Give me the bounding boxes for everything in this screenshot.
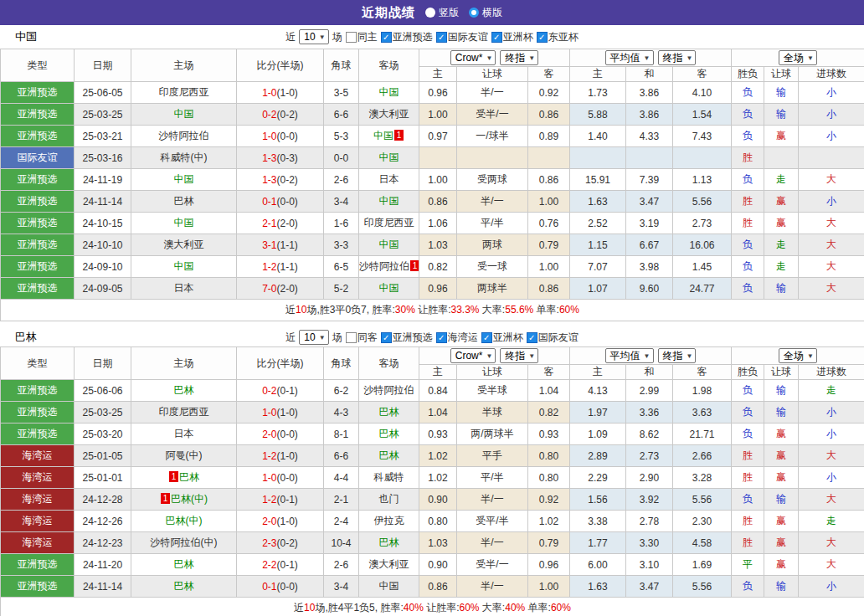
competition-badge: 海湾运 (1, 467, 74, 488)
score-cell: 0-1(0-0) (237, 191, 324, 213)
competition-filter[interactable]: ✓ 亚洲杯 (491, 30, 533, 44)
recent-count-select[interactable]: 10▼ (299, 29, 328, 44)
result-cell: 小 (799, 104, 864, 126)
avg-odds-cell: 7.39 (626, 169, 673, 191)
result-cell: 走 (764, 169, 799, 191)
competition-filter[interactable]: ✓ 海湾运 (436, 331, 478, 345)
competition-filter[interactable]: ✓ 东亚杯 (537, 30, 579, 44)
avg-final-select[interactable]: 终指▼ (658, 50, 697, 65)
result-cell: 赢 (764, 554, 799, 576)
odds-provider-select[interactable]: Crow*▼ (450, 348, 496, 363)
match-date-cell: 24-12-23 (75, 532, 131, 554)
score-cell: 0-2(0-1) (237, 380, 324, 402)
score-cell: 2-2(0-1) (237, 554, 324, 576)
team-label: 沙特阿拉伯 (364, 384, 414, 396)
col-home: 主场 (131, 49, 237, 82)
col-type: 类型 (1, 49, 75, 82)
avg-odds-cell: 2.30 (673, 511, 732, 532)
avg-final-select[interactable]: 终指▼ (658, 348, 697, 363)
checkbox-checked-icon[interactable]: ✓ (381, 32, 392, 43)
fullmatch-select[interactable]: 全场▼ (779, 50, 817, 65)
team-label: 中国 (379, 239, 399, 250)
result-cell: 胜 (732, 213, 764, 234)
away-team-cell: 中国 (359, 82, 419, 104)
fullmatch-select[interactable]: 全场▼ (779, 348, 817, 363)
result-text: 走 (826, 515, 836, 526)
odds-provider-select[interactable]: Crow*▼ (450, 50, 496, 65)
result-cell: 胜 (732, 445, 764, 467)
corner-cell: 1-6 (324, 213, 359, 234)
match-type-cell: 亚洲预选 (1, 380, 75, 402)
col-result-wl: 胜负 (732, 365, 764, 380)
radio-unselected-icon[interactable] (425, 8, 435, 18)
halftime-score: (0-2) (277, 109, 298, 121)
result-cell: 大 (799, 278, 864, 300)
result-cell: 输 (764, 489, 799, 511)
competition-filter[interactable]: ✓ 亚洲预选 (381, 331, 433, 345)
result-text: 输 (776, 493, 786, 505)
match-type-cell: 亚洲预选 (1, 169, 75, 191)
competition-filter[interactable]: ✓ 国际友谊 (436, 30, 488, 44)
team-name: 中国 (15, 29, 37, 44)
odds-cell: 0.80 (528, 467, 570, 489)
odds-cell: 1.03 (419, 532, 457, 554)
avg-odds-cell (673, 147, 732, 169)
match-type-cell: 亚洲预选 (1, 402, 75, 424)
checkbox-checked-icon[interactable]: ✓ (537, 32, 548, 43)
fulltime-score: 1-0 (262, 472, 276, 484)
average-select[interactable]: 平均值▼ (605, 50, 654, 65)
chevron-down-icon: ▼ (687, 352, 693, 360)
col-away: 客场 (359, 49, 419, 82)
avg-odds-cell: 3.92 (626, 489, 673, 511)
result-text: 输 (776, 384, 786, 396)
radio-selected-icon[interactable] (469, 8, 479, 18)
odds-cell: 0.97 (419, 126, 457, 147)
match-date-cell: 25-06-06 (75, 380, 131, 402)
team-label: 阿曼(中) (166, 449, 203, 461)
recent-count-select[interactable]: 10▼ (299, 330, 328, 345)
away-team-cell: 也门 (359, 489, 419, 511)
result-cell: 负 (732, 104, 764, 126)
odds-cell (528, 147, 570, 169)
same-away-filter[interactable]: 同客 (346, 331, 378, 345)
checkbox-checked-icon[interactable]: ✓ (436, 32, 447, 43)
result-cell (799, 147, 864, 169)
odds-final-select[interactable]: 终指▼ (500, 50, 538, 65)
col-type: 类型 (1, 347, 75, 380)
corner-cell: 6-6 (324, 104, 359, 126)
col-odds-handicap: 让球 (457, 365, 528, 380)
avg-odds-cell: 7.43 (673, 126, 732, 147)
away-team-cell: 中国 (359, 234, 419, 256)
avg-odds-cell: 1.73 (570, 82, 626, 104)
layout-option-vertical[interactable]: 竖版 (425, 6, 459, 20)
checkbox-checked-icon[interactable]: ✓ (481, 332, 492, 343)
same-home-filter[interactable]: 同主 (346, 30, 378, 44)
odds-cell: 0.92 (528, 82, 570, 104)
section-divider (0, 321, 864, 328)
average-select[interactable]: 平均值▼ (605, 348, 654, 363)
competition-filter[interactable]: ✓ 国际友谊 (527, 331, 579, 345)
result-cell: 走 (799, 380, 864, 402)
halftime-score: (1-1) (277, 239, 298, 251)
match-date-cell: 24-10-15 (75, 213, 131, 234)
layout-option-horizontal[interactable]: 横版 (469, 6, 502, 20)
checkbox-unchecked-icon[interactable] (346, 332, 357, 343)
result-text: 走 (826, 384, 836, 396)
competition-filter[interactable]: ✓ 亚洲杯 (481, 331, 523, 345)
halftime-score: (0-1) (277, 385, 298, 397)
avg-odds-cell: 1.07 (570, 278, 626, 300)
checkbox-checked-icon[interactable]: ✓ (436, 332, 447, 343)
checkbox-checked-icon[interactable]: ✓ (381, 332, 392, 343)
competition-badge: 海湾运 (1, 445, 74, 466)
match-date-cell: 24-12-28 (75, 489, 131, 511)
match-row: 亚洲预选25-03-25中国0-2(0-2)6-6澳大利亚1.00受半/一0.8… (1, 104, 864, 126)
odds-final-select[interactable]: 终指▼ (500, 348, 538, 363)
checkbox-unchecked-icon[interactable] (346, 32, 357, 43)
odds-cell: 1.02 (419, 445, 457, 467)
checkbox-checked-icon[interactable]: ✓ (491, 32, 502, 43)
competition-filter[interactable]: ✓ 亚洲预选 (381, 30, 433, 44)
score-cell: 0-2(0-2) (237, 104, 324, 126)
checkbox-checked-icon[interactable]: ✓ (527, 332, 537, 343)
match-type-cell: 国际友谊 (1, 147, 75, 169)
result-text: 负 (743, 384, 753, 396)
